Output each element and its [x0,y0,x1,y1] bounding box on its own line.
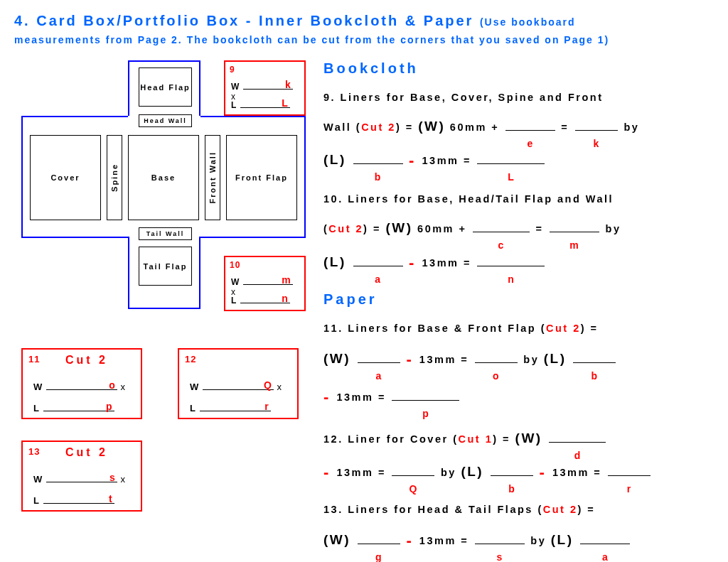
blank-10-c[interactable]: c [473,222,530,232]
cutbox-12: 12 W Q x L r [178,348,299,419]
cutbox-13: 13 Cut 2 W s x L t [21,441,142,512]
paper-heading: Paper [323,291,721,308]
blank-9-w[interactable]: k [243,89,293,90]
blank-13-g[interactable]: g [358,534,400,544]
front-wall: Front Wall [205,135,220,220]
cutbox-11: 11 Cut 2 W o x L p [21,348,142,419]
bookcloth-heading: Bookcloth [323,60,721,77]
spine: Spine [107,135,122,220]
tail-flap: Tail Flap [139,247,192,286]
tail-wall: Tail Wall [139,227,192,240]
eq-9: 9. Liners for Base, Cover, Spine and Fro… [323,85,721,180]
blank-10-w[interactable]: m [243,284,293,285]
cover: Cover [30,135,101,220]
blank-9-b[interactable]: b [353,154,403,164]
blank-13-a[interactable]: a [580,534,630,544]
eq-10: 10. Liners for Base, Head/Tail Flap and … [323,187,721,281]
blank-9-k[interactable]: k [575,121,618,131]
title-paren1: (Use bookboard [480,16,576,28]
blank-11-p[interactable]: p [392,391,459,401]
head-flap: Head Flap [139,67,192,107]
title-main: 4. Card Box/Portfolio Box - Inner Bookcl… [14,13,473,28]
base: Base [128,135,199,220]
blank-13-w[interactable]: s [46,482,117,482]
blank-10-n[interactable]: n [477,256,545,266]
blank-12-w[interactable]: Q [203,389,274,390]
blank-9-l[interactable]: L [240,107,290,108]
redbox-10: 10 W m x L n [224,256,306,311]
blank-10-l[interactable]: n [240,303,290,303]
blank-9-L2[interactable]: L [477,154,545,164]
blank-11-a[interactable]: a [358,353,400,363]
blank-12-b[interactable]: b [491,466,533,476]
blank-12-Q[interactable]: Q [392,466,434,476]
eq-13: 13. Liners for Head & Tail Flaps (Cut 2)… [323,497,721,562]
eq-11: 11. Liners for Base & Front Flap (Cut 2)… [323,316,721,416]
page-title: 4. Card Box/Portfolio Box - Inner Bookcl… [14,13,714,29]
blank-10-m[interactable]: m [550,222,599,232]
blank-11-w[interactable]: o [46,389,117,390]
blank-11-l[interactable]: p [43,411,114,411]
eq-12: 12. Liner for Cover (Cut 1) = (W) d - 13… [323,422,721,492]
head-wall: Head Wall [139,114,192,127]
blank-13-s[interactable]: s [475,534,525,544]
title-paren2: measurements from Page 2. The bookcloth … [14,34,609,45]
box-diagram: Head Flap Head Wall Cover Spine Base Fro… [21,60,313,316]
blank-12-r[interactable]: r [608,466,651,476]
redbox-9: 9 W k x L L [224,60,306,116]
blank-9-e[interactable]: e [505,121,555,131]
equations-column: Bookcloth 9. Liners for Base, Cover, Spi… [323,60,721,562]
blank-12-l[interactable]: r [200,411,271,411]
front-flap: Front Flap [226,135,297,220]
blank-11-o[interactable]: o [475,353,518,363]
blank-11-b[interactable]: b [573,353,616,363]
blank-12-d[interactable]: d [549,433,606,443]
blank-13-l[interactable]: t [43,503,114,504]
blank-10-a[interactable]: a [353,256,403,266]
